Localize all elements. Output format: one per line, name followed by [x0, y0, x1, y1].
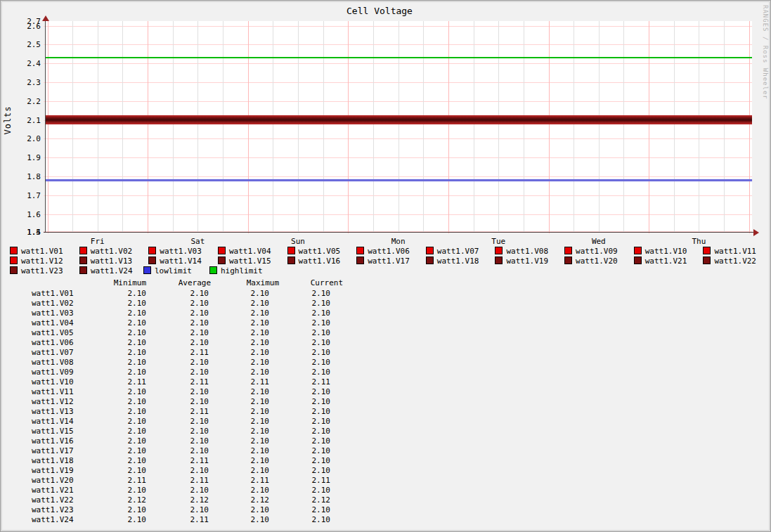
legend-item: watt1.V17: [356, 257, 410, 265]
gridline-day-boundary: [348, 21, 349, 233]
gridline-6h: [724, 21, 725, 232]
table-cell-value: 2.10: [97, 505, 146, 515]
table-cell-value: 2.10: [160, 318, 209, 328]
table-cell-value: 2.11: [160, 476, 209, 486]
y-tick-label: 2.2: [14, 98, 41, 105]
table-cell-value: 2.10: [160, 466, 209, 476]
table-cell-value: 2.10: [160, 505, 209, 515]
table-cell-value: 2.11: [97, 377, 146, 387]
table-cell-value: 2.10: [220, 289, 269, 299]
table-cell-value: 2.10: [97, 387, 146, 397]
table-cell-value: 2.10: [160, 358, 209, 368]
legend-swatch-icon: [634, 247, 642, 254]
table-cell-value: 2.10: [220, 486, 269, 495]
x-tick-label: Sun: [283, 238, 313, 246]
table-cell-value: 2.10: [220, 427, 269, 436]
table-row: watt1.V092.102.102.102.10: [0, 368, 394, 377]
table-cell-value: 2.12: [160, 495, 209, 505]
table-row: watt1.V242.102.112.102.10: [0, 515, 394, 525]
legend-item: watt1.V23: [10, 266, 63, 275]
table-cell-value: 2.10: [160, 446, 209, 456]
legend-label: watt1.V20: [576, 257, 618, 266]
table-header-row: MinimumAverageMaximumCurrent: [0, 278, 394, 288]
y-tick-label: 1.8: [14, 173, 41, 181]
legend-label: watt1.V17: [368, 257, 410, 266]
table-cell-value: 2.10: [97, 397, 146, 407]
table-cell-value: 2.10: [281, 368, 330, 377]
gridline-6h: [72, 21, 73, 232]
legend-item: watt1.V22: [703, 257, 756, 265]
y-tick-label: 1.7: [14, 192, 41, 200]
gridline-6h: [674, 21, 675, 232]
gridline-6h: [298, 21, 299, 232]
legend-label: watt1.V09: [576, 247, 618, 256]
legend-item: watt1.V09: [564, 247, 618, 255]
table-row: watt1.V172.102.102.102.10: [0, 446, 394, 456]
table-cell-value: 2.10: [281, 436, 330, 446]
legend-swatch-icon: [218, 247, 226, 254]
gridline-day-boundary: [549, 21, 550, 233]
gridline-6h: [574, 21, 574, 232]
legend-label: watt1.V12: [21, 257, 63, 266]
table-cell-value: 2.10: [220, 358, 269, 368]
table-cell-value: 2.10: [281, 407, 330, 417]
gridline-6h: [699, 21, 699, 232]
table-row: watt1.V132.102.112.102.10: [0, 407, 394, 417]
table-cell-value: 2.11: [281, 476, 330, 486]
table-cell-value: 2.10: [281, 338, 330, 348]
gridline-6h: [173, 21, 174, 232]
legend-label: highlimit: [221, 266, 263, 275]
table-cell-value: 2.10: [97, 309, 146, 318]
table-cell-value: 2.10: [97, 486, 146, 495]
legend-swatch-icon: [10, 257, 18, 264]
legend-swatch-icon: [703, 247, 711, 254]
table-row: watt1.V152.102.102.102.10: [0, 427, 394, 436]
table-cell-value: 2.10: [160, 427, 209, 436]
table-row: watt1.V012.102.102.102.10: [0, 289, 394, 299]
x-tick-label: Mon: [383, 238, 414, 246]
table-cell-value: 2.10: [160, 486, 209, 495]
table-cell-value: 2.10: [281, 427, 330, 436]
table-cell-value: 2.10: [97, 407, 146, 417]
legend-label: watt1.V14: [160, 257, 202, 266]
gridline-6h: [623, 21, 624, 232]
gridline-6h: [599, 21, 600, 232]
legend-label: watt1.V05: [299, 247, 341, 256]
table-row: watt1.V052.102.102.102.10: [0, 328, 394, 338]
table-cell-value: 2.10: [281, 515, 330, 525]
table-cell-value: 2.10: [220, 446, 269, 456]
table-cell-value: 2.10: [281, 358, 330, 368]
table-cell-value: 2.10: [160, 368, 209, 377]
legend-swatch-icon: [564, 247, 572, 254]
gridline-6h: [524, 21, 524, 232]
table-row: watt1.V192.102.102.102.10: [0, 466, 394, 476]
table-cell-value: 2.10: [281, 289, 330, 299]
rrd-graph-image: Cell Voltage RANGES / Ross Wheeler Volts…: [0, 0, 771, 532]
legend-swatch-icon: [426, 247, 434, 254]
legend-item: watt1.V18: [426, 257, 479, 265]
table-header-cell: Minimum: [90, 278, 146, 288]
table-cell-value: 2.11: [220, 476, 269, 486]
legend-item: watt1.V06: [356, 247, 410, 255]
y-tick-label: 1.9: [14, 154, 41, 162]
legend-swatch-icon: [148, 257, 156, 264]
legend-item: watt1.V12: [10, 257, 63, 265]
gridline-6h: [323, 21, 324, 232]
y-axis-arrow-icon: [42, 15, 49, 21]
table-cell-value: 2.10: [220, 309, 269, 318]
x-tick-label: Fri: [82, 238, 113, 246]
table-cell-value: 2.10: [281, 486, 330, 495]
gridline-day-boundary: [749, 21, 750, 233]
table-cell-value: 2.10: [160, 328, 209, 338]
gridline-6h: [223, 21, 223, 232]
y-tick-label: 1.4: [14, 228, 41, 236]
legend-label: watt1.V06: [368, 247, 410, 256]
legend-item: watt1.V02: [79, 247, 133, 255]
table-cell-value: 2.10: [160, 299, 209, 309]
table-row: watt1.V102.112.112.112.11: [0, 377, 394, 387]
table-cell-value: 2.10: [97, 289, 146, 299]
table-cell-value: 2.10: [220, 436, 269, 446]
table-row: watt1.V182.102.112.102.10: [0, 456, 394, 466]
legend-item: watt1.V04: [218, 247, 271, 255]
table-cell-value: 2.10: [281, 466, 330, 476]
